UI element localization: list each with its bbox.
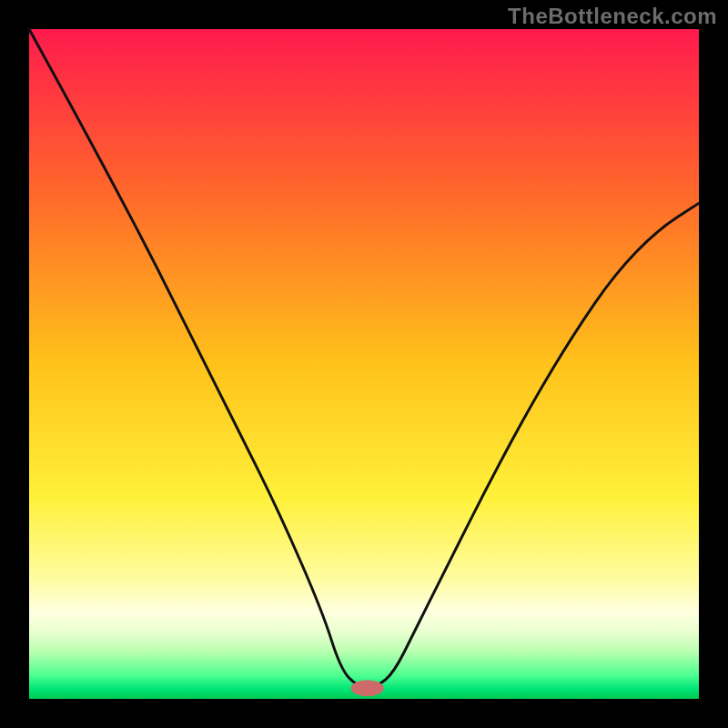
gradient-background [29,29,699,699]
bottleneck-plot [0,0,728,728]
watermark-label: TheBottleneck.com [508,4,717,29]
chart-stage: TheBottleneck.com [0,0,728,728]
optimum-marker [351,680,384,696]
